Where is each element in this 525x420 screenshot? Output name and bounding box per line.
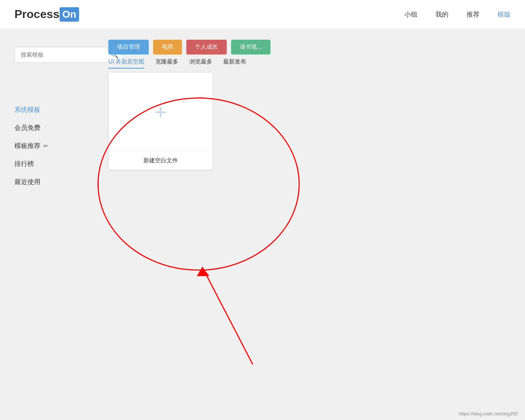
logo[interactable]: ProcessOn	[14, 7, 79, 22]
search-input[interactable]	[14, 47, 123, 63]
new-file-card[interactable]: + 新建空白文件	[108, 72, 213, 170]
logo-on-text: On	[60, 7, 79, 22]
sidebar: 系统模板 会员免费 模板推荐 ✏ 排行榜 最近使用	[14, 74, 87, 189]
template-grid: + 新建空白文件	[108, 72, 511, 170]
plus-icon: +	[154, 101, 167, 123]
category-btn-reading[interactable]: 读书笔...	[231, 40, 270, 54]
nav-item-template[interactable]: 模版	[498, 10, 511, 19]
svg-marker-1	[197, 267, 209, 276]
sidebar-item-label: 最近使用	[14, 178, 40, 186]
category-btn-project[interactable]: 项目管理	[108, 40, 149, 54]
sidebar-item-member-free[interactable]: 会员免费	[14, 121, 87, 135]
sidebar-item-label: 排行榜	[14, 159, 34, 168]
sidebar-item-system-template[interactable]: 系统模板	[14, 102, 87, 117]
sidebar-item-label: 系统模板	[14, 105, 40, 114]
nav-item-recommend[interactable]: 推荐	[467, 10, 480, 19]
sidebar-item-label: 模板推荐	[14, 141, 40, 150]
new-file-label: 新建空白文件	[109, 152, 213, 170]
filter-tab-ui[interactable]: UI 界面原型图	[108, 58, 144, 69]
category-btn-ecommerce[interactable]: 电商	[153, 40, 182, 54]
svg-line-0	[202, 267, 253, 364]
annotation-arrow	[181, 256, 282, 372]
filter-tab-clone[interactable]: 克隆最多	[155, 58, 178, 69]
category-tabs: 项目管理 电商 个人成长 读书笔...	[108, 40, 511, 54]
filter-tab-latest[interactable]: 最新发布	[223, 58, 246, 69]
main-nav: 小组 我的 推荐 模版	[404, 10, 511, 19]
edit-icon[interactable]: ✏	[43, 143, 48, 149]
nav-item-group[interactable]: 小组	[404, 10, 417, 19]
filter-tabs: UI 界面原型图 克隆最多 浏览最多 最新发布	[108, 58, 511, 69]
content-area: 项目管理 电商 个人成长 读书笔... UI 界面原型图 克隆最多 浏览最多 最…	[108, 40, 511, 409]
new-file-preview: +	[109, 73, 213, 152]
header: ProcessOn 小组 我的 推荐 模版	[0, 0, 525, 29]
nav-item-mine[interactable]: 我的	[435, 10, 448, 19]
search-container: 🔍	[14, 47, 123, 63]
filter-tab-browse[interactable]: 浏览最多	[189, 58, 212, 69]
logo-process-text: Process	[14, 8, 60, 21]
url-text: https://blog.csdn.net/dog250	[459, 411, 518, 416]
sidebar-item-template-recommend[interactable]: 模板推荐 ✏	[14, 139, 87, 153]
left-section: 🔍 系统模板 会员免费 模板推荐 ✏ 排行榜 最近使用	[14, 40, 94, 409]
main-content: 🔍 系统模板 会员免费 模板推荐 ✏ 排行榜 最近使用 项目管理	[0, 29, 525, 420]
category-btn-personal-growth[interactable]: 个人成长	[186, 40, 227, 54]
sidebar-item-label: 会员免费	[14, 123, 40, 132]
sidebar-item-ranking[interactable]: 排行榜	[14, 157, 87, 171]
sidebar-item-recent[interactable]: 最近使用	[14, 175, 87, 189]
